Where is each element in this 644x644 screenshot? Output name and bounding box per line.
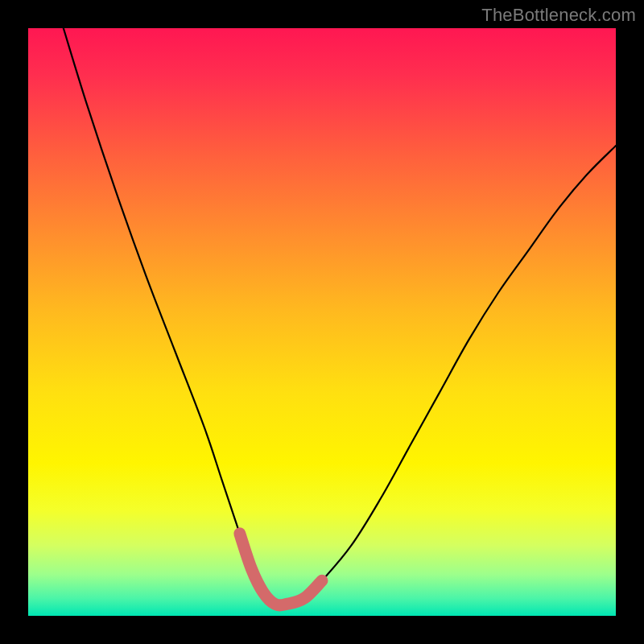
watermark-text: TheBottleneck.com bbox=[481, 5, 636, 26]
highlight-curve bbox=[240, 534, 322, 605]
chart-frame: TheBottleneck.com bbox=[0, 0, 644, 644]
plot-area bbox=[28, 28, 616, 616]
main-curve bbox=[64, 28, 616, 605]
curve-svg bbox=[28, 28, 616, 616]
